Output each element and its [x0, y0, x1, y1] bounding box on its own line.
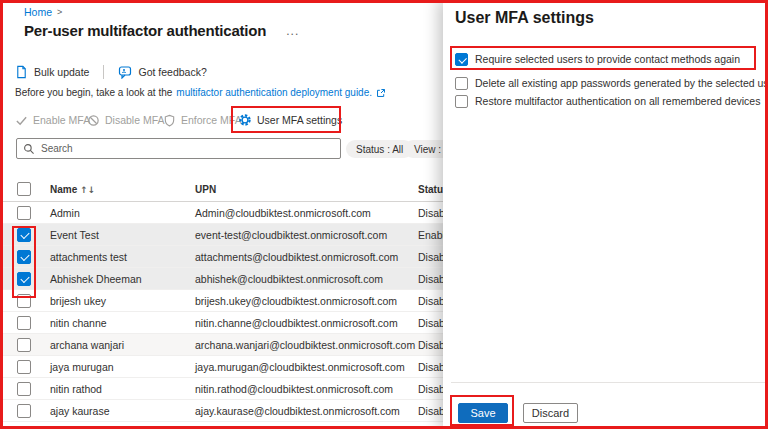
bulk-update-label: Bulk update [34, 66, 89, 78]
row-checkbox[interactable] [17, 404, 31, 418]
cell-upn: attachments@cloudbiktest.onmicrosoft.com [195, 246, 398, 268]
block-icon [87, 114, 100, 127]
row-checkbox[interactable] [17, 206, 31, 220]
more-options-button[interactable]: ... [286, 24, 299, 38]
user-mfa-settings-label: User MFA settings [257, 114, 342, 126]
row-checkbox[interactable] [17, 294, 31, 308]
row-checkbox[interactable] [17, 250, 31, 264]
enable-mfa-label: Enable MFA [33, 114, 90, 126]
column-header-upn[interactable]: UPN [195, 178, 216, 202]
cell-upn: nitin.channe@cloudbiktest.onmicrosoft.co… [195, 312, 398, 334]
user-mfa-settings-panel: User MFA settings Require selected users… [443, 0, 768, 429]
user-mfa-settings-button[interactable]: User MFA settings [238, 108, 342, 132]
row-checkbox[interactable] [17, 360, 31, 374]
cell-name: ajay kaurase [50, 400, 110, 422]
discard-button[interactable]: Discard [523, 403, 578, 423]
cell-name: archana wanjari [50, 334, 124, 356]
cell-name: Abhishek Dheeman [50, 268, 142, 290]
bulk-update-icon [15, 65, 28, 79]
enable-mfa-button[interactable]: Enable MFA [15, 108, 90, 132]
cell-upn: jaya.murugan@cloudbiktest.onmicrosoft.co… [195, 356, 405, 378]
select-all-checkbox[interactable] [17, 182, 31, 196]
row-checkbox[interactable] [17, 316, 31, 330]
panel-option[interactable]: Delete all existing app passwords genera… [455, 75, 768, 91]
cell-name: nitin rathod [50, 378, 102, 400]
panel-option[interactable]: Require selected users to provide contac… [455, 51, 740, 67]
cell-name: nitin channe [50, 312, 107, 334]
got-feedback-label: Got feedback? [138, 66, 206, 78]
row-checkbox[interactable] [17, 228, 31, 242]
title-row: Per-user multifactor authentication ... [24, 22, 299, 39]
sort-icon: ↑↓ [80, 185, 95, 195]
option-label: Delete all existing app passwords genera… [475, 77, 768, 89]
page-title: Per-user multifactor authentication [24, 22, 266, 39]
disable-mfa-label: Disable MFA [105, 114, 165, 126]
toolbar: Bulk update Got feedback? [15, 63, 207, 81]
row-checkbox[interactable] [17, 382, 31, 396]
search-box[interactable] [16, 138, 341, 159]
feedback-icon [118, 65, 132, 79]
panel-footer-divider [451, 382, 768, 383]
option-label: Require selected users to provide contac… [475, 53, 740, 65]
row-checkbox[interactable] [17, 272, 31, 286]
check-icon [15, 114, 28, 127]
row-checkbox[interactable] [17, 338, 31, 352]
enforce-mfa-label: Enforce MFA [181, 114, 242, 126]
disable-mfa-button[interactable]: Disable MFA [87, 108, 165, 132]
cell-name: attachments test [50, 246, 127, 268]
option-checkbox[interactable] [455, 95, 468, 108]
deployment-guide-link[interactable]: multifactor authentication deployment gu… [176, 87, 372, 98]
cell-name: Event Test [50, 224, 99, 246]
bulk-update-button[interactable]: Bulk update [15, 65, 89, 79]
column-header-name[interactable]: Name↑↓ [50, 178, 95, 202]
cell-upn: brijesh.ukey@cloudbiktest.onmicrosoft.co… [195, 290, 397, 312]
enforce-mfa-button[interactable]: Enforce MFA [163, 108, 242, 132]
shield-icon [163, 114, 176, 127]
cell-name: jaya murugan [50, 356, 114, 378]
cell-upn: ajay.kaurase@cloudbiktest.onmicrosoft.co… [195, 400, 400, 422]
panel-title: User MFA settings [455, 9, 594, 27]
per-user-mfa-page: Home > Per-user multifactor authenticati… [0, 0, 768, 429]
save-button[interactable]: Save [458, 403, 508, 423]
cell-upn: event-test@cloudbiktest.onmicrosoft.com [195, 224, 387, 246]
cell-name: brijesh ukey [50, 290, 106, 312]
cell-upn: abhishek@cloudbiktest.onmicrosoft.com [195, 268, 383, 290]
search-input[interactable] [41, 143, 334, 154]
option-label: Restore multifactor authentication on al… [475, 95, 760, 107]
info-line: Before you begin, take a look at the mul… [15, 87, 386, 98]
breadcrumb-chevron-icon: > [57, 7, 62, 17]
cell-upn: nitin.rathod@cloudbiktest.onmicrosoft.co… [195, 378, 393, 400]
search-icon [23, 143, 35, 155]
breadcrumb: Home > [24, 6, 62, 18]
option-checkbox[interactable] [455, 53, 468, 66]
gear-icon [238, 113, 252, 127]
toolbar-divider [103, 65, 104, 79]
external-link-icon[interactable] [376, 88, 386, 98]
cell-name: Admin [50, 202, 80, 224]
cell-upn: archana.wanjari@cloudbiktest.onmicrosoft… [195, 334, 415, 356]
cell-upn: Admin@cloudbiktest.onmicrosoft.com [195, 202, 371, 224]
panel-option[interactable]: Restore multifactor authentication on al… [455, 93, 760, 109]
info-text: Before you begin, take a look at the [15, 87, 172, 98]
breadcrumb-home-link[interactable]: Home [24, 6, 52, 18]
option-checkbox[interactable] [455, 77, 468, 90]
got-feedback-button[interactable]: Got feedback? [118, 65, 206, 79]
